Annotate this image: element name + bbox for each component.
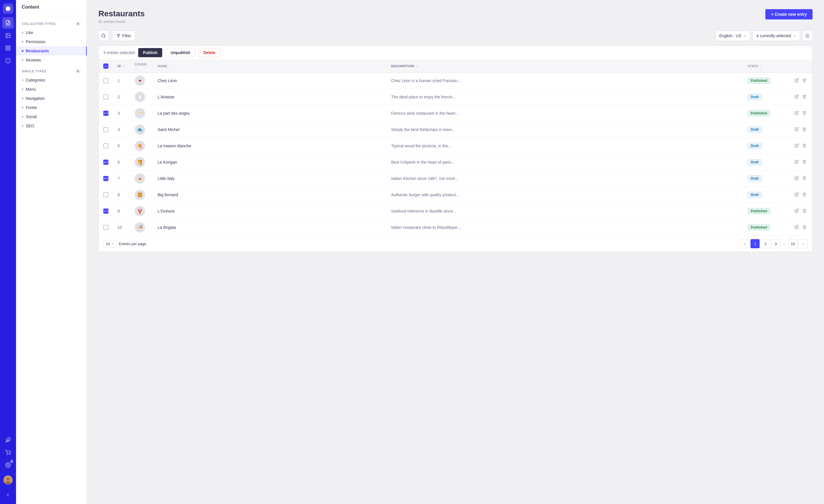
sidebar-item-menu[interactable]: Menu (16, 85, 87, 94)
table-row: ✓ 7 🍝 Little Italy Italian Kitchen since… (99, 171, 812, 187)
delete-button[interactable] (801, 77, 808, 84)
per-page-select[interactable]: 10 (103, 240, 116, 247)
sidebar-item-label: Like (26, 30, 33, 35)
selected-count-selector[interactable]: 4 currently selected (753, 31, 800, 41)
nav-settings[interactable]: 2 (2, 460, 14, 471)
sidebar-item-seo[interactable]: SEO (16, 121, 87, 130)
table-settings-button[interactable] (802, 31, 813, 41)
delete-button[interactable] (801, 207, 808, 215)
sidebar-item-label: Restaurants (26, 48, 49, 53)
nav-media[interactable] (2, 30, 14, 41)
col-header-cover[interactable]: COVER (130, 60, 153, 73)
bulk-unpublish-button[interactable]: Unpublish (166, 48, 195, 57)
state-badge: Draft (748, 175, 762, 182)
cover-image: 🥞 (135, 157, 145, 167)
page-button-10[interactable]: 10 (788, 239, 797, 248)
cover-image: 🍜 (135, 222, 145, 232)
delete-button[interactable] (801, 159, 808, 166)
row-id: 10 (113, 219, 130, 236)
prev-page-button[interactable]: ‹ (740, 239, 749, 248)
sidebar-item-like[interactable]: Like (16, 28, 87, 37)
sidebar-item-navigation[interactable]: Navigation (16, 94, 87, 103)
row-actions (793, 224, 808, 231)
row-checkbox[interactable]: ✓ (103, 208, 108, 214)
sidebar-bullet (22, 79, 23, 81)
nav-builder[interactable] (2, 42, 14, 54)
sidebar-item-categories[interactable]: Categories (16, 76, 87, 85)
edit-button[interactable] (793, 142, 800, 149)
single-types-header[interactable]: SINGLE TYPES 6 (16, 65, 87, 76)
delete-button[interactable] (801, 175, 808, 182)
next-page-button[interactable]: › (799, 239, 808, 248)
select-all-checkbox[interactable] (103, 64, 108, 69)
page-button-2[interactable]: 2 (761, 239, 770, 248)
locale-selector[interactable]: English - US (716, 31, 750, 41)
filter-button[interactable]: Filter (112, 31, 135, 41)
cover-image: 🍷 (135, 76, 145, 86)
delete-button[interactable] (801, 126, 808, 133)
state-badge: Draft (748, 126, 762, 133)
row-checkbox[interactable] (103, 192, 108, 197)
sidebar-item-reviews[interactable]: Reviews (16, 56, 87, 65)
bulk-publish-button[interactable]: Publish (138, 48, 163, 57)
nav-info[interactable] (2, 55, 14, 66)
cover-image: 🍝 (135, 173, 145, 184)
user-avatar[interactable] (3, 475, 13, 485)
svg-point-14 (10, 455, 10, 455)
row-checkbox[interactable]: ✓ (103, 160, 108, 165)
edit-button[interactable] (793, 159, 800, 166)
edit-button[interactable] (793, 191, 800, 199)
row-checkbox[interactable] (103, 143, 108, 148)
edit-button[interactable] (793, 126, 800, 133)
col-header-name[interactable]: NAME (153, 60, 387, 73)
collection-types-header[interactable]: COLLECTION TYPES 4 (16, 17, 87, 28)
collapse-sidebar[interactable] (2, 489, 14, 501)
app-logo[interactable] (3, 3, 13, 14)
row-checkbox[interactable]: ✓ (103, 176, 108, 181)
sidebar-bullet (22, 88, 23, 90)
edit-button[interactable] (793, 93, 800, 101)
delete-button[interactable] (801, 224, 808, 231)
col-header-state[interactable]: STATE (743, 60, 789, 73)
sidebar-item-social[interactable]: Social (16, 112, 87, 121)
sidebar-item-restaurants[interactable]: Restaurants (16, 46, 87, 56)
nav-marketplace[interactable] (2, 447, 14, 458)
bulk-delete-button[interactable]: Delete (199, 48, 220, 57)
row-checkbox[interactable] (103, 127, 108, 132)
col-header-description[interactable]: DESCRIPTION (387, 60, 743, 73)
sidebar-item-footer[interactable]: Footer (16, 103, 87, 112)
row-id: 4 (113, 121, 130, 138)
page-header: Restaurants 92 entries found + Create ne… (98, 9, 813, 24)
row-name: Chez Léon (153, 73, 387, 89)
edit-button[interactable] (793, 77, 800, 84)
row-checkbox[interactable] (103, 94, 108, 100)
col-header-id[interactable]: ID (113, 60, 130, 73)
svg-point-17 (7, 478, 9, 481)
row-checkbox[interactable] (103, 78, 108, 83)
delete-button[interactable] (801, 142, 808, 149)
row-actions (793, 191, 808, 199)
row-description: The ideal place to enjoy the french... (387, 89, 743, 105)
page-button-1[interactable]: 1 (750, 239, 760, 248)
edit-button[interactable] (793, 110, 800, 117)
row-checkbox[interactable]: ✓ (103, 111, 108, 116)
edit-button[interactable] (793, 207, 800, 215)
nav-plugins[interactable] (2, 434, 14, 446)
cover-image: 🦞 (135, 206, 145, 216)
svg-point-3 (7, 34, 7, 35)
svg-point-19 (102, 34, 105, 37)
edit-button[interactable] (793, 175, 800, 182)
row-name: La part des anges (153, 105, 387, 121)
sidebar-item-permission[interactable]: Permission (16, 37, 87, 46)
delete-button[interactable] (801, 110, 808, 117)
page-button-3[interactable]: 3 (771, 239, 780, 248)
state-badge: Draft (748, 94, 762, 100)
nav-content[interactable] (2, 17, 14, 29)
edit-button[interactable] (793, 224, 800, 231)
create-entry-button[interactable]: + Create new entry (765, 9, 813, 19)
sidebar-bullet (22, 32, 23, 33)
search-button[interactable] (98, 31, 109, 41)
row-checkbox[interactable] (103, 225, 108, 230)
delete-button[interactable] (801, 191, 808, 199)
delete-button[interactable] (801, 93, 808, 101)
